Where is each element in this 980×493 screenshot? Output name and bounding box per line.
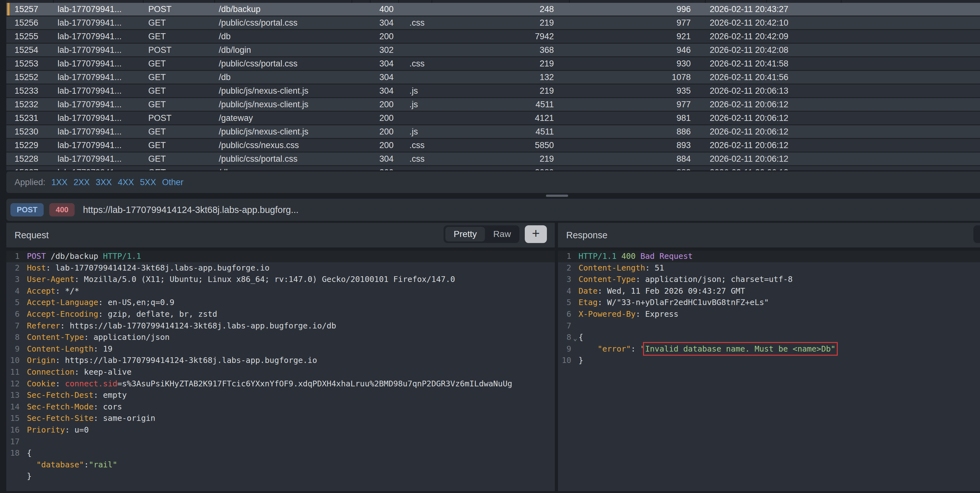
cell-size: 368 xyxy=(459,44,554,56)
response-pane-title: Response xyxy=(566,223,608,247)
code-text: Accept-Language: en-US,en;q=0.9 xyxy=(27,297,175,308)
code-text: { xyxy=(579,332,583,343)
cell-size: 132 xyxy=(459,71,554,83)
response-line: 5Etag: W/"33-n+yDlaFr2edHC1uvBG8tnFZ+eLs… xyxy=(558,297,980,308)
filter-link-2xx[interactable]: 2XX xyxy=(74,177,90,187)
line-number: 12 xyxy=(6,378,20,390)
cell-size: 4121 xyxy=(459,112,554,124)
cell-host: lab-177079941... xyxy=(57,16,122,29)
cell-host: lab-177079941... xyxy=(57,139,122,152)
request-line: 12Cookie: connect.sid=s%3AsuPsiKHyZTAB2K… xyxy=(6,378,555,390)
cell-host: lab-177079941... xyxy=(57,30,122,43)
cell-id: 15228 xyxy=(14,153,38,165)
request-pane-title: Request xyxy=(14,223,49,247)
code-segment: : Express xyxy=(636,310,678,319)
cell-status: 200 xyxy=(379,139,394,152)
table-row[interactable]: 15227lab-177079941...GET/db2003089883202… xyxy=(6,166,980,170)
table-row[interactable]: 15230lab-177079941...GET/public/js/nexus… xyxy=(6,125,980,139)
request-editor[interactable]: 1POST /db/backup HTTP/1.12Host: lab-1770… xyxy=(6,250,555,491)
code-text: Priority: u=0 xyxy=(27,424,89,436)
cell-id: 15232 xyxy=(14,98,38,111)
cell-status: 304 xyxy=(379,16,394,29)
cell-host: lab-177079941... xyxy=(57,112,122,124)
filter-link-1xx[interactable]: 1XX xyxy=(51,177,68,187)
cell-ext: .js xyxy=(409,85,418,97)
cell-size: 3089 xyxy=(459,166,554,170)
line-number: 11 xyxy=(6,367,20,378)
table-row[interactable]: 15257lab-177079941...POST/db/backup40024… xyxy=(6,3,980,16)
code-text: Content-Length: 19 xyxy=(27,343,113,355)
cell-method: POST xyxy=(148,112,172,124)
filter-link-other[interactable]: Other xyxy=(162,177,184,187)
selected-request-bar[interactable]: POST 400 https://lab-1770799414124-3kt68… xyxy=(6,199,980,221)
response-line: 10} xyxy=(558,355,980,367)
cell-size: 219 xyxy=(459,85,554,97)
cell-host: lab-177079941... xyxy=(57,166,122,170)
table-row[interactable]: 15253lab-177079941...GET/public/css/port… xyxy=(6,57,980,71)
code-segment: : u=0 xyxy=(65,425,89,434)
request-line: 18{ xyxy=(6,447,555,459)
code-segment: Sec-Fetch-Mode xyxy=(27,402,94,412)
add-view-button[interactable]: + xyxy=(525,225,547,243)
table-row[interactable]: 15252lab-177079941...GET/db3041321078202… xyxy=(6,71,980,85)
code-segment: Content-Length xyxy=(27,344,94,353)
http-proxy-app: 15257lab-177079941...POST/db/backup40024… xyxy=(0,0,980,493)
cell-id: 15229 xyxy=(14,139,38,152)
request-line: 10Origin: https://lab-1770799414124-3kt6… xyxy=(6,355,555,367)
code-segment: 400 xyxy=(621,252,635,261)
filter-links: 1XX2XX3XX4XX5XXOther xyxy=(46,177,184,187)
cell-size2: 935 xyxy=(596,85,691,97)
code-segment: "database" xyxy=(37,460,84,469)
raw-tab[interactable]: Raw xyxy=(485,227,519,241)
line-number: 2 xyxy=(558,262,571,274)
code-segment: Connection xyxy=(27,367,75,377)
table-row[interactable]: 15232lab-177079941...GET/public/js/nexus… xyxy=(6,98,980,112)
filter-link-5xx[interactable]: 5XX xyxy=(140,177,156,187)
code-segment: "rail" xyxy=(89,460,117,469)
cell-ext: .css xyxy=(409,139,425,152)
line-number: 7 xyxy=(558,320,571,332)
code-text: Host: lab-1770799414124-3kt68j.labs-app.… xyxy=(27,262,270,274)
table-row[interactable]: 15231lab-177079941...POST/gateway2004121… xyxy=(6,112,980,125)
cell-method: GET xyxy=(148,98,166,111)
table-horizontal-scrollbar[interactable] xyxy=(546,195,568,197)
cell-host: lab-177079941... xyxy=(57,98,122,111)
code-segment: : cors xyxy=(94,402,122,412)
table-row[interactable]: 15229lab-177079941...GET/public/css/nexu… xyxy=(6,139,980,153)
table-row[interactable]: 15256lab-177079941...GET/public/css/port… xyxy=(6,16,980,30)
cell-size: 7942 xyxy=(459,30,554,43)
table-row[interactable]: 15228lab-177079941...GET/public/css/port… xyxy=(6,153,980,166)
line-number: 4 xyxy=(6,286,20,297)
cell-path: /db/login xyxy=(219,44,251,56)
code-segment: HTTP/1.1 xyxy=(579,252,616,261)
collapse-caret-icon[interactable]: ⌄ xyxy=(573,333,577,344)
request-line: 13Sec-Fetch-Dest: empty xyxy=(6,389,555,401)
response-view-toggle-clipped[interactable] xyxy=(974,225,980,243)
code-segment: /db/backup xyxy=(46,252,103,261)
cell-id: 15227 xyxy=(14,166,38,170)
cell-size2: 977 xyxy=(596,16,691,29)
cell-size: 248 xyxy=(459,3,554,16)
requests-table[interactable]: 15257lab-177079941...POST/db/backup40024… xyxy=(6,0,980,170)
code-text: X-Powered-By: Express xyxy=(579,308,678,320)
pretty-tab[interactable]: Pretty xyxy=(445,227,485,241)
table-row[interactable]: 15254lab-177079941...POST/db/login302368… xyxy=(6,44,980,57)
filter-link-4xx[interactable]: 4XX xyxy=(118,177,134,187)
request-line: 1POST /db/backup HTTP/1.1 xyxy=(6,250,555,262)
filter-link-3xx[interactable]: 3XX xyxy=(96,177,112,187)
code-segment: Accept-Language xyxy=(27,298,98,307)
response-line: 8⌄{ xyxy=(558,332,980,343)
table-row[interactable]: 15255lab-177079941...GET/db2007942921202… xyxy=(6,30,980,44)
code-text: } xyxy=(579,355,583,367)
cell-time: 2026-02-11 20:43:27 xyxy=(710,3,788,16)
code-segment: : https://lab-1770799414124-3kt68j.labs-… xyxy=(55,356,317,365)
request-line: 16Priority: u=0 xyxy=(6,424,555,436)
code-text: Sec-Fetch-Site: same-origin xyxy=(27,413,155,424)
cell-time: 2026-02-11 20:42:09 xyxy=(710,30,788,43)
cell-path: /db/backup xyxy=(219,3,261,16)
cell-ext: .js xyxy=(409,125,418,138)
table-row[interactable]: 15233lab-177079941...GET/public/js/nexus… xyxy=(6,85,980,98)
line-number: 3 xyxy=(558,274,571,286)
code-text: Sec-Fetch-Dest: empty xyxy=(27,389,127,401)
response-editor[interactable]: 1HTTP/1.1 400 Bad Request2Content-Length… xyxy=(558,250,980,491)
